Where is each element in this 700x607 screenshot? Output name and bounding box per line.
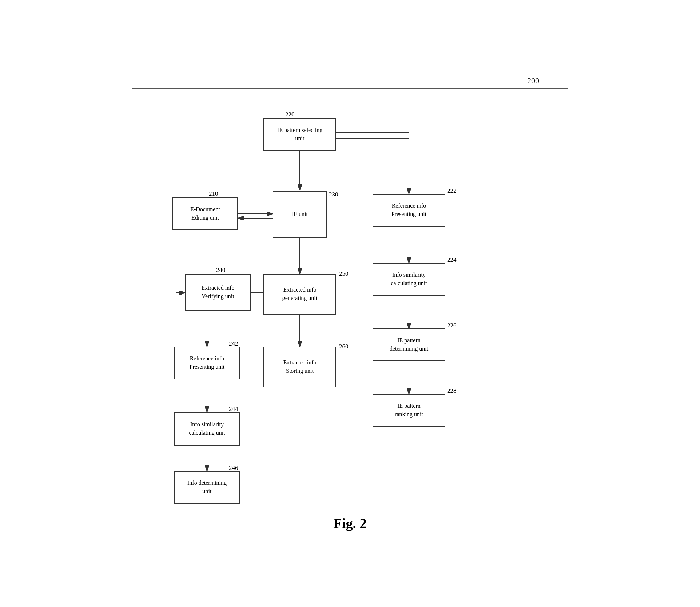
ie-unit-label: IE unit bbox=[292, 210, 308, 218]
extracted-info-store-box: Extracted info Storing unit bbox=[263, 347, 336, 387]
diagram-area: IE pattern selecting unit 220 E-Document… bbox=[143, 104, 557, 486]
ref-242: 242 bbox=[229, 340, 238, 347]
ref-250: 250 bbox=[339, 270, 349, 277]
ie-pattern-determining-box: IE pattern determining unit bbox=[373, 328, 445, 361]
info-determining-label: Info determining unit bbox=[187, 479, 227, 495]
e-document-box: E-Document Editing unit bbox=[172, 197, 238, 230]
ref-224: 224 bbox=[447, 256, 457, 264]
fig-caption-text: Fig. 2 bbox=[334, 516, 367, 531]
diagram-border: IE pattern selecting unit 220 E-Document… bbox=[132, 88, 568, 504]
ie-pattern-ranking-label: IE pattern ranking unit bbox=[395, 402, 423, 418]
ie-unit-box: IE unit bbox=[273, 191, 327, 238]
ref-info-present-left-label: Reference info Presenting unit bbox=[190, 355, 224, 371]
ref-244: 244 bbox=[229, 406, 238, 413]
info-similarity-left-label: Info similarity calculating unit bbox=[189, 420, 225, 437]
info-similarity-right-box: Info similarity calculating unit bbox=[373, 263, 445, 296]
diagram-top-label: 200 bbox=[132, 76, 568, 85]
extracted-info-gen-label: Extracted info generating unit bbox=[282, 286, 317, 302]
info-determining-box: Info determining unit bbox=[174, 471, 240, 504]
ref-226: 226 bbox=[447, 322, 457, 329]
ref-230: 230 bbox=[329, 191, 338, 198]
ref-246: 246 bbox=[229, 464, 238, 472]
ref-240: 240 bbox=[216, 267, 226, 274]
ie-pattern-ranking-box: IE pattern ranking unit bbox=[373, 394, 445, 427]
ref-260: 260 bbox=[339, 343, 349, 350]
ref-200: 200 bbox=[527, 76, 539, 85]
ref-info-present-left-box: Reference info Presenting unit bbox=[174, 347, 240, 379]
extracted-info-gen-box: Extracted info generating unit bbox=[263, 274, 336, 315]
info-similarity-left-box: Info similarity calculating unit bbox=[174, 412, 240, 446]
ref-220: 220 bbox=[285, 111, 295, 118]
e-document-label: E-Document Editing unit bbox=[190, 205, 220, 222]
ref-210: 210 bbox=[209, 190, 218, 197]
extracted-info-store-label: Extracted info Storing unit bbox=[283, 359, 316, 375]
ref-222: 222 bbox=[447, 187, 457, 195]
ie-pattern-selecting-label: IE pattern selecting unit bbox=[277, 126, 322, 143]
ie-pattern-determining-label: IE pattern determining unit bbox=[390, 336, 428, 353]
fig-caption: Fig. 2 bbox=[132, 515, 568, 531]
ref-info-present-right-box: Reference info Presenting unit bbox=[373, 194, 445, 227]
extracted-info-verify-box: Extracted info Verifying unit bbox=[185, 274, 251, 311]
ie-pattern-selecting-box: IE pattern selecting unit bbox=[263, 118, 336, 151]
ref-info-present-right-label: Reference info Presenting unit bbox=[391, 202, 426, 218]
page-container: 200 bbox=[132, 76, 568, 531]
ref-228: 228 bbox=[447, 387, 457, 395]
info-similarity-right-label: Info similarity calculating unit bbox=[391, 271, 427, 287]
extracted-info-verify-label: Extracted info Verifying unit bbox=[201, 284, 234, 300]
